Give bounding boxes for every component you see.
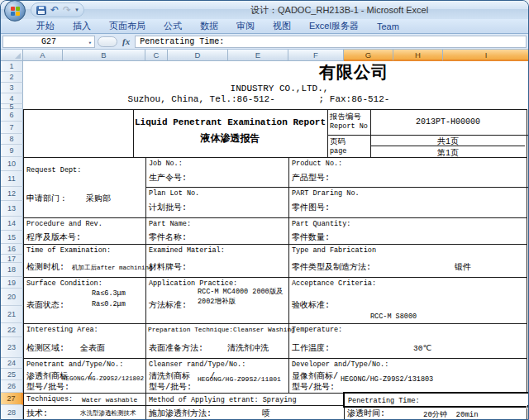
column-header-F[interactable]: F — [288, 50, 344, 61]
row-header-6[interactable]: 6 — [1, 109, 23, 122]
row-header-27[interactable]: 27 — [1, 393, 23, 405]
column-header-E[interactable]: E — [228, 50, 288, 61]
row-header-18[interactable]: 18 — [1, 263, 23, 277]
column-header-C[interactable]: C — [145, 50, 168, 61]
redo-icon[interactable]: ↷ — [63, 5, 71, 15]
name-box[interactable]: G27 ▾ — [2, 36, 95, 48]
insert-function-area[interactable] — [98, 36, 117, 47]
acceptance-cell[interactable]: Acceptance Criteria: 验收标准: RCC-M S8000 — [289, 278, 528, 323]
product-drawing-cell[interactable]: Product No.: 产品型号: PART Draring No. 零件图号… — [289, 158, 528, 217]
quick-access-toolbar: ↶ ↷ ▾ — [31, 2, 84, 17]
type-fab-cell[interactable]: Type and Fabrication 零件类型及制造方法: 锻件 — [289, 245, 528, 277]
row-header-22[interactable]: 22 — [1, 323, 23, 337]
ribbon-tab-5[interactable]: 数据 — [191, 19, 227, 33]
job-plan-cell[interactable]: Job No.: 生产令号: Plan Lot No. 计划批号: — [146, 158, 289, 217]
row-header-1[interactable]: 1 — [1, 61, 23, 72]
report-head-box: Liquid Penetrant Examination Report 液体渗透… — [23, 109, 527, 158]
ribbon-tab-3[interactable]: 页面布局 — [100, 19, 155, 33]
developer-cn1: 显像剂商标/ — [292, 370, 338, 382]
ribbon-tab-8[interactable]: Excel服务器 — [300, 19, 368, 33]
logo-cell[interactable] — [24, 110, 134, 157]
time-exam-cell[interactable]: Time of Examination: 检测时机: 机加工后after mac… — [24, 245, 146, 277]
ribbon-tab-6[interactable]: 审阅 — [227, 19, 264, 33]
applying-cell[interactable]: Method of Applying etrant: Spraying 施加渗透… — [146, 394, 345, 420]
report-labels-cell[interactable]: 报告编号 Report No 页码 page — [328, 110, 371, 157]
procedure-cell[interactable]: Procedure and Rev. 程序及版本号: — [24, 218, 146, 244]
row-header-21[interactable]: 21 — [1, 306, 23, 323]
ribbon-tab-4[interactable]: 公式 — [155, 19, 191, 33]
request-dept-value: 采购部 — [86, 193, 111, 204]
select-all-corner[interactable] — [1, 50, 23, 61]
column-header-G[interactable]: G — [344, 50, 393, 61]
row-header-19[interactable]: 19 — [1, 277, 23, 289]
material-cell[interactable]: Examined Material: 材料牌号: — [146, 245, 289, 277]
column-header-D[interactable]: D — [168, 50, 228, 61]
page-label-en: page — [330, 147, 346, 155]
ribbon-tab-7[interactable]: 视图 — [264, 19, 300, 33]
form-group-request: Request Dept: 申请部门： 采购部 Job No.: 生产令号: P… — [23, 157, 527, 218]
material-en: Examined Material: — [149, 246, 225, 255]
row-headers: 1234567891011121314151617181920212223242… — [1, 61, 23, 419]
penetrating-value: 20分钟 20min — [423, 409, 479, 420]
save-icon[interactable] — [36, 6, 46, 15]
ribbon-tab-2[interactable]: 插入 — [64, 19, 100, 33]
application-cell[interactable]: Application Practice: 方法标准: RCC-M MC4000… — [146, 278, 289, 323]
row-header-14[interactable]: 14 — [1, 217, 23, 231]
cells-area[interactable]: 有限公司 INDUSTRY CO.,LTD., Suzhou, China, T… — [23, 61, 529, 420]
request-dept-en: Request Dept: — [26, 166, 81, 174]
row-header-17[interactable]: 17 — [1, 255, 23, 263]
temperature-cn: 工作温度: — [292, 342, 330, 354]
undo-icon[interactable]: ↶ — [50, 5, 59, 15]
temperature-cell[interactable]: Temperature: 工作温度: 30℃ — [289, 324, 528, 358]
row-header-2[interactable]: 2 — [1, 72, 23, 83]
part-qty-en: Part Quantity: — [292, 220, 350, 228]
surface-value-1: Ra≤6.3μm — [92, 289, 126, 298]
interesting-area-cell[interactable]: Interesting Area: 检测区域: 全表面 — [24, 324, 146, 358]
row-header-28[interactable]: 28 — [1, 405, 23, 420]
techniques-cell[interactable]: Techniques: Water washable 技术: 水洗型渗透检测技术 — [24, 394, 146, 420]
column-header-B[interactable]: B — [63, 50, 145, 61]
row-header-16[interactable]: 16 — [1, 244, 23, 255]
row-header-23[interactable]: 23 — [1, 337, 23, 358]
row-header-25[interactable]: 25 — [1, 369, 23, 380]
preparation-cell[interactable]: Preparation Technique:Cleanser Washing 表… — [146, 324, 289, 358]
row-header-20[interactable]: 20 — [1, 289, 23, 306]
row-header-26[interactable]: 26 — [1, 380, 23, 393]
column-header-H[interactable]: H — [393, 50, 443, 61]
row-header-3[interactable]: 3 — [1, 83, 23, 93]
qat-customize-icon[interactable]: ▾ — [75, 7, 79, 13]
formula-input[interactable]: Penetrating Time: — [135, 36, 527, 48]
report-values-cell[interactable]: 2013PT-H00000 共1页 第1页 — [371, 110, 527, 157]
applying-en: Method of Applying etrant: Spraying — [149, 396, 297, 404]
row-header-9[interactable]: 9 — [1, 145, 23, 157]
row-header-10[interactable]: 10 — [1, 157, 23, 171]
interesting-value: 全表面 — [80, 342, 105, 354]
developer-cell[interactable]: Developer and/Type/No.: 显像剂商标/ 型号/批号: HE… — [289, 359, 528, 393]
ribbon-tab-9[interactable]: Team — [368, 19, 408, 33]
part-name-cell[interactable]: Part Name: 零件名称: — [146, 218, 289, 244]
row-header-15[interactable]: 15 — [1, 231, 23, 244]
selected-cell-G27[interactable]: Penetrating Time: — [343, 392, 529, 408]
row-header-7[interactable]: 7 — [1, 122, 23, 134]
row-header-13[interactable]: 13 — [1, 201, 23, 217]
row-header-24[interactable]: 24 — [1, 358, 23, 369]
name-box-value: G27 — [41, 37, 56, 46]
application-en: Application Practice: — [149, 279, 237, 288]
row-header-11[interactable]: 11 — [1, 171, 23, 187]
ribbon-tabs: 开始插入页面布局公式数据审阅视图Excel服务器Team — [1, 19, 528, 34]
office-button[interactable] — [4, 0, 26, 21]
column-header-I[interactable]: I — [443, 50, 529, 61]
cleanser-cell[interactable]: Cleanser rand/Type/No.: 清洗剂商标 / 型号/批号: H… — [146, 359, 289, 393]
row-header-12[interactable]: 12 — [1, 187, 23, 201]
part-qty-cell[interactable]: Part Quantity: 零件数量: — [289, 218, 528, 244]
row-header-8[interactable]: 8 — [1, 134, 23, 145]
request-dept-cell[interactable]: Request Dept: 申请部门： 采购部 — [24, 158, 146, 217]
name-box-dropdown-icon[interactable]: ▾ — [88, 40, 92, 46]
surface-cell[interactable]: Surface Condition: 表面状态: Ra≤6.3μm Ra≤0.2… — [24, 278, 146, 323]
ribbon-tab-1[interactable]: 开始 — [27, 19, 64, 33]
office-logo-icon — [11, 7, 20, 16]
penetrant-cell[interactable]: Penetrant and/Type/No.: 渗透剂商标 / 型号/批号: H… — [24, 359, 146, 393]
column-header-A[interactable]: A — [23, 50, 63, 61]
fx-button[interactable]: fx — [120, 36, 132, 46]
report-title-cell[interactable]: Liquid Penetrant Examination Report 液体渗透… — [134, 110, 328, 157]
